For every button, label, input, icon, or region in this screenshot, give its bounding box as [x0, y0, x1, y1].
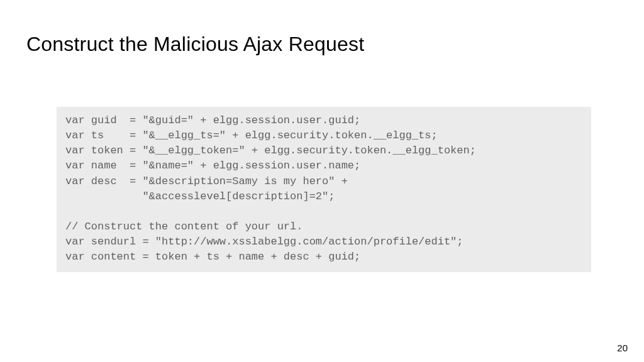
code-block: var guid = "&guid=" + elgg.session.user.… [57, 107, 591, 272]
slide: Construct the Malicious Ajax Request var… [0, 0, 644, 362]
page-number: 20 [617, 343, 628, 353]
slide-title: Construct the Malicious Ajax Request [26, 33, 364, 56]
